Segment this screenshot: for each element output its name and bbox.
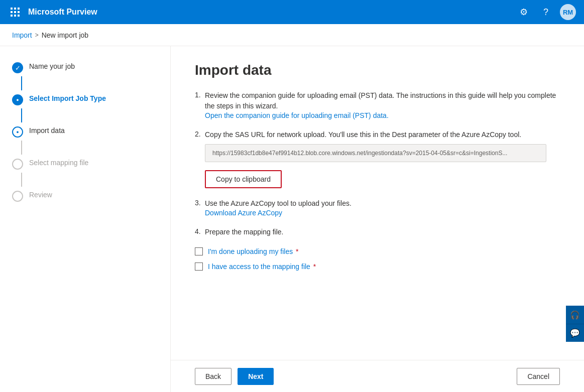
float-chat-icon[interactable]: 💬 — [566, 324, 584, 342]
step-icon-completed: ✓ — [12, 62, 23, 73]
step-icon-active: ● — [12, 94, 23, 105]
app-title: Microsoft Purview — [28, 8, 510, 17]
sidebar-step-label-5: Review — [29, 190, 52, 199]
step-text-4: Prepare the mapping file. — [205, 228, 283, 236]
content-area: Import data 1. Review the companion guid… — [171, 46, 584, 392]
have-access-mapping-label[interactable]: I have access to the mapping file * — [208, 263, 316, 271]
help-icon[interactable]: ? — [538, 4, 554, 20]
instruction-step-2: 2. Copy the SAS URL for network upload. … — [195, 129, 560, 188]
step-text-2: Copy the SAS URL for network upload. You… — [205, 130, 521, 139]
cancel-button[interactable]: Cancel — [517, 368, 560, 385]
steps-list: 1. Review the companion guide for upload… — [195, 90, 560, 237]
breadcrumb: Import > New import job — [0, 24, 584, 46]
settings-icon[interactable]: ⚙ — [516, 4, 532, 20]
sidebar-item-name-your-job[interactable]: ✓ Name your job — [0, 58, 170, 76]
companion-guide-link[interactable]: Open the companion guide for uploading e… — [205, 111, 389, 119]
sidebar-item-select-import-job-type[interactable]: ● Select Import Job Type — [0, 90, 170, 108]
step-connector-1 — [21, 76, 22, 90]
step-content-3: Use the Azure AzCopy tool to upload your… — [205, 198, 560, 217]
step-content-1: Review the companion guide for uploading… — [205, 90, 560, 119]
step-text-3: Use the Azure AzCopy tool to upload your… — [205, 199, 352, 207]
topbar-right: ⚙ ? RM — [516, 4, 576, 20]
checkbox-row-mapping: I have access to the mapping file * — [195, 263, 560, 271]
main-layout: ✓ Name your job ● Select Import Job Type… — [0, 46, 584, 392]
step-num-3: 3. — [195, 198, 205, 207]
step-icon-disabled-1 — [12, 159, 23, 170]
sidebar-step-label-2: Select Import Job Type — [29, 93, 106, 102]
avatar[interactable]: RM — [560, 4, 576, 20]
checkbox-section: I'm done uploading my files * I have acc… — [195, 247, 560, 271]
checkbox-row-uploading: I'm done uploading my files * — [195, 247, 560, 255]
step-connector-2 — [21, 108, 22, 122]
step-connector-4 — [21, 173, 22, 187]
sidebar-item-import-data[interactable]: ● Import data — [0, 122, 170, 141]
breadcrumb-separator: > — [35, 32, 39, 39]
download-azcopy-link[interactable]: Download Azure AzCopy — [205, 209, 282, 217]
page-title: Import data — [195, 62, 560, 78]
breadcrumb-parent[interactable]: Import — [12, 31, 32, 39]
instruction-step-1: 1. Review the companion guide for upload… — [195, 90, 560, 119]
copy-to-clipboard-button[interactable]: Copy to clipboard — [205, 170, 282, 188]
breadcrumb-current: New import job — [42, 31, 88, 39]
step-num-1: 1. — [195, 90, 205, 99]
topbar: Microsoft Purview ⚙ ? RM — [0, 0, 584, 24]
step-icon-inactive: ● — [12, 126, 23, 138]
sas-url-display: https://15983cf1db8e47ef9914b12.blob.cor… — [205, 144, 546, 162]
grid-icon[interactable] — [8, 5, 22, 19]
step-text-1: Review the companion guide for uploading… — [205, 91, 556, 110]
next-button[interactable]: Next — [238, 368, 274, 385]
step-connector-3 — [21, 141, 22, 155]
step-content-2: Copy the SAS URL for network upload. You… — [205, 129, 560, 188]
step-num-2: 2. — [195, 129, 205, 138]
back-button[interactable]: Back — [195, 368, 231, 385]
sidebar-step-label-4: Select mapping file — [29, 158, 88, 167]
sidebar-step-label-3: Import data — [29, 125, 65, 135]
sidebar-step-label-1: Name your job — [29, 61, 75, 70]
content-scroll: Import data 1. Review the companion guid… — [171, 46, 584, 360]
instruction-step-4: 4. Prepare the mapping file. — [195, 227, 560, 237]
step-icon-disabled-2 — [12, 191, 23, 202]
instruction-step-3: 3. Use the Azure AzCopy tool to upload y… — [195, 198, 560, 217]
step-content-4: Prepare the mapping file. — [205, 227, 560, 237]
sidebar: ✓ Name your job ● Select Import Job Type… — [0, 46, 171, 392]
sidebar-item-select-mapping-file: Select mapping file — [0, 155, 170, 173]
right-float-panel: 🎧 💬 — [566, 306, 584, 342]
done-uploading-label[interactable]: I'm done uploading my files * — [208, 247, 299, 255]
float-headset-icon[interactable]: 🎧 — [566, 306, 584, 324]
have-access-mapping-checkbox[interactable] — [195, 263, 203, 271]
step-num-4: 4. — [195, 227, 205, 235]
done-uploading-checkbox[interactable] — [195, 247, 203, 255]
footer-bar: Back Next Cancel — [171, 360, 584, 392]
sidebar-item-review: Review — [0, 187, 170, 205]
